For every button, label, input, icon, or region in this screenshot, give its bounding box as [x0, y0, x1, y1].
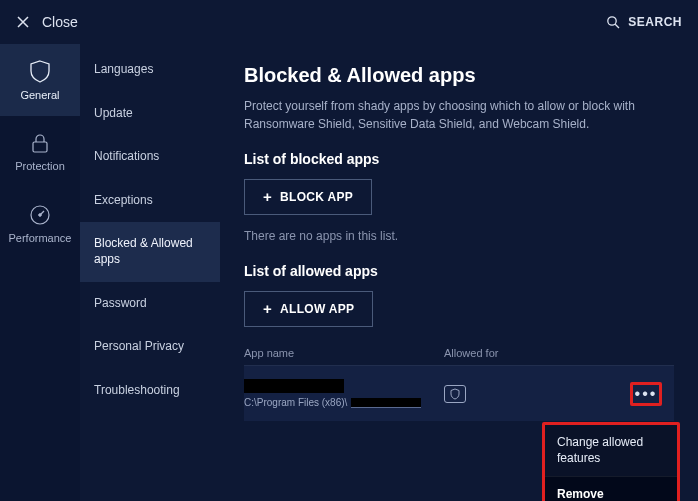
menu-change-features[interactable]: Change allowed features	[545, 425, 677, 476]
svg-rect-1	[33, 142, 47, 152]
allowed-heading: List of allowed apps	[244, 263, 674, 279]
block-app-button[interactable]: + BLOCK APP	[244, 179, 372, 215]
allow-app-button[interactable]: + ALLOW APP	[244, 291, 373, 327]
page-description: Protect yourself from shady apps by choo…	[244, 97, 674, 133]
svg-point-0	[608, 17, 616, 25]
col-app-name: App name	[244, 347, 444, 359]
nav-performance[interactable]: Performance	[0, 188, 80, 260]
app-name-redacted	[244, 379, 344, 393]
nav-protection-label: Protection	[15, 160, 65, 172]
subnav-update[interactable]: Update	[80, 92, 220, 136]
block-app-label: BLOCK APP	[280, 190, 353, 204]
search-label: SEARCH	[628, 15, 682, 29]
subnav-notifications[interactable]: Notifications	[80, 135, 220, 179]
lock-icon	[30, 132, 50, 154]
search-button[interactable]: SEARCH	[606, 15, 682, 29]
nav-performance-label: Performance	[9, 232, 72, 244]
subnav-personal-privacy[interactable]: Personal Privacy	[80, 325, 220, 369]
webcam-shield-icon	[444, 385, 466, 403]
menu-remove[interactable]: Remove	[545, 476, 677, 501]
close-icon	[16, 15, 30, 29]
allow-app-label: ALLOW APP	[280, 302, 354, 316]
table-row[interactable]: C:\Program Files (x86)\ •••	[244, 365, 674, 421]
nav-general[interactable]: General	[0, 44, 80, 116]
col-allowed-for: Allowed for	[444, 347, 584, 359]
nav-general-label: General	[20, 89, 59, 101]
secondary-nav: Languages Update Notifications Exception…	[80, 44, 220, 501]
allowed-table-header: App name Allowed for	[244, 341, 674, 365]
row-context-menu: Change allowed features Remove	[542, 422, 680, 501]
nav-protection[interactable]: Protection	[0, 116, 80, 188]
blocked-empty-text: There are no apps in this list.	[244, 229, 674, 243]
close-button[interactable]: Close	[16, 14, 78, 30]
subnav-troubleshooting[interactable]: Troubleshooting	[80, 369, 220, 413]
search-icon	[606, 15, 620, 29]
page-title: Blocked & Allowed apps	[244, 64, 674, 87]
content-area: Blocked & Allowed apps Protect yourself …	[220, 44, 698, 501]
gauge-icon	[29, 204, 51, 226]
shield-icon	[29, 59, 51, 83]
primary-nav: General Protection Performance	[0, 44, 80, 501]
subnav-blocked-allowed[interactable]: Blocked & Allowed apps	[80, 222, 220, 281]
subnav-password[interactable]: Password	[80, 282, 220, 326]
row-more-button[interactable]: •••	[630, 382, 662, 406]
subnav-languages[interactable]: Languages	[80, 48, 220, 92]
subnav-exceptions[interactable]: Exceptions	[80, 179, 220, 223]
close-label: Close	[42, 14, 78, 30]
blocked-heading: List of blocked apps	[244, 151, 674, 167]
app-path-redacted	[351, 398, 421, 408]
svg-point-3	[39, 214, 42, 217]
app-path: C:\Program Files (x86)\	[244, 397, 444, 408]
